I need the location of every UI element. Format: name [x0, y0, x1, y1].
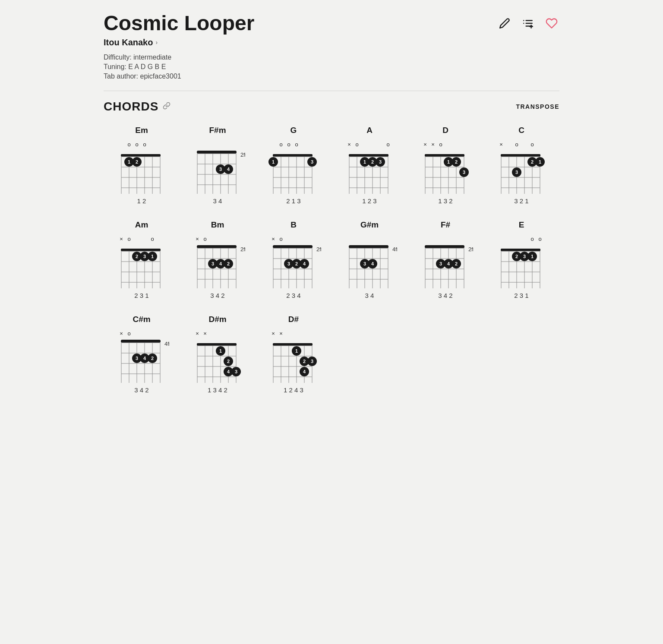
svg-text:1: 1: [539, 159, 541, 164]
svg-text:o: o: [143, 141, 146, 148]
svg-text:3: 3: [515, 170, 518, 175]
header-icons: [497, 16, 559, 32]
svg-text:o: o: [127, 141, 130, 148]
svg-text:o: o: [287, 141, 290, 148]
chord-item: D××o1231 3 2: [407, 126, 483, 205]
svg-rect-65: [349, 154, 388, 157]
chord-item: Gooo132 1 3: [256, 126, 332, 205]
svg-text:3: 3: [379, 159, 382, 164]
chord-item: A×oo1231 2 3: [332, 126, 407, 205]
svg-text:3: 3: [463, 170, 465, 175]
svg-text:×: ×: [120, 330, 123, 337]
title-block: Cosmic Looper Itou Kanako › Difficulty: …: [104, 12, 254, 82]
svg-text:4: 4: [447, 261, 450, 266]
song-title: Cosmic Looper: [104, 12, 254, 35]
svg-text:4fr: 4fr: [392, 246, 398, 253]
finger-numbers: 2 3 1: [514, 292, 528, 299]
svg-text:1: 1: [128, 159, 130, 164]
svg-rect-226: [501, 249, 540, 251]
chords-section-title: CHORDS: [104, 100, 170, 114]
chord-name: D#: [288, 315, 299, 324]
svg-text:o: o: [439, 141, 442, 148]
svg-text:1: 1: [151, 254, 154, 259]
svg-text:o: o: [135, 141, 138, 148]
finger-numbers: 3 4: [365, 292, 374, 299]
svg-text:4: 4: [143, 356, 146, 361]
svg-text:×: ×: [120, 236, 123, 242]
svg-text:4: 4: [219, 261, 222, 266]
svg-text:o: o: [127, 236, 130, 242]
chord-svg: 2fr234: [417, 232, 474, 288]
chord-svg: ×o2fr234: [189, 232, 246, 288]
svg-rect-289: [273, 343, 313, 346]
chord-item: D#××12341 2 4 3: [256, 315, 332, 394]
chord-name: F#: [441, 220, 450, 230]
chord-svg: ×o4fr234: [114, 327, 170, 383]
chord-name: Em: [135, 126, 148, 135]
chord-svg: ××1234: [189, 327, 246, 383]
svg-text:×: ×: [279, 330, 283, 337]
finger-numbers: 2 3 1: [134, 292, 148, 299]
chord-name: D: [442, 126, 448, 135]
chord-item: F#m2fr343 4: [180, 126, 256, 205]
finger-numbers: 1 3 4 2: [208, 386, 227, 394]
svg-rect-107: [501, 154, 540, 157]
pencil-icon: [499, 18, 510, 29]
transpose-button[interactable]: TRANSPOSE: [516, 103, 559, 110]
chord-svg: oo123: [493, 232, 549, 288]
svg-text:2: 2: [136, 159, 138, 164]
chord-item: Bm×o2fr2343 4 2: [180, 220, 256, 299]
svg-text:3: 3: [235, 369, 237, 374]
chords-header: CHORDS TRANSPOSE: [104, 100, 559, 114]
svg-text:2fr: 2fr: [240, 152, 246, 158]
finger-numbers: 1 2: [137, 197, 146, 205]
list-add-icon: [522, 18, 534, 29]
finger-numbers: 2 3 4: [286, 292, 300, 299]
svg-text:2fr: 2fr: [240, 246, 246, 253]
favorite-button[interactable]: [544, 16, 559, 32]
svg-text:2: 2: [227, 359, 230, 364]
svg-text:4: 4: [303, 261, 306, 266]
chord-item: Eoo1232 3 1: [483, 220, 559, 299]
chord-name: A: [366, 126, 373, 135]
svg-rect-188: [349, 245, 388, 248]
chord-svg: ×oo123: [114, 232, 170, 288]
svg-text:3: 3: [136, 356, 138, 361]
svg-rect-246: [121, 340, 161, 343]
svg-text:o: o: [530, 236, 534, 242]
svg-text:2: 2: [151, 356, 154, 361]
svg-text:o: o: [515, 141, 518, 148]
svg-text:3: 3: [219, 167, 222, 172]
chord-svg: 4fr34: [341, 232, 398, 288]
finger-numbers: 3 4 2: [438, 292, 452, 299]
svg-text:1: 1: [295, 348, 298, 354]
svg-rect-205: [425, 245, 464, 248]
svg-text:2: 2: [531, 159, 534, 164]
page-container: Cosmic Looper Itou Kanako › Difficulty: …: [86, 0, 577, 420]
svg-text:o: o: [530, 141, 534, 148]
chord-name: C#m: [133, 315, 150, 324]
svg-text:3: 3: [439, 261, 442, 266]
svg-text:1: 1: [531, 254, 534, 259]
chord-name: D#m: [208, 315, 226, 324]
finger-numbers: 3 4 2: [134, 386, 148, 394]
svg-text:4: 4: [371, 261, 374, 266]
svg-text:2: 2: [455, 159, 458, 164]
chord-item: D#m××12341 3 4 2: [180, 315, 256, 394]
edit-button[interactable]: [497, 16, 512, 32]
artist-name[interactable]: Itou Kanako ›: [104, 38, 254, 47]
chord-svg: ×o2fr234: [265, 232, 322, 288]
svg-text:3: 3: [287, 261, 290, 266]
chord-name: Bm: [211, 220, 224, 230]
heart-icon: [546, 17, 558, 29]
chord-svg: ×oo123: [493, 138, 549, 194]
svg-text:3: 3: [311, 359, 313, 364]
svg-text:3: 3: [363, 261, 366, 266]
chord-item: F#2fr2343 4 2: [407, 220, 483, 299]
chord-item: Am×oo1232 3 1: [104, 220, 180, 299]
chord-item: C#m×o4fr2343 4 2: [104, 315, 180, 394]
svg-text:2: 2: [136, 254, 138, 259]
svg-text:1: 1: [447, 159, 450, 164]
svg-rect-26: [197, 151, 237, 154]
add-to-list-button[interactable]: [521, 16, 535, 32]
